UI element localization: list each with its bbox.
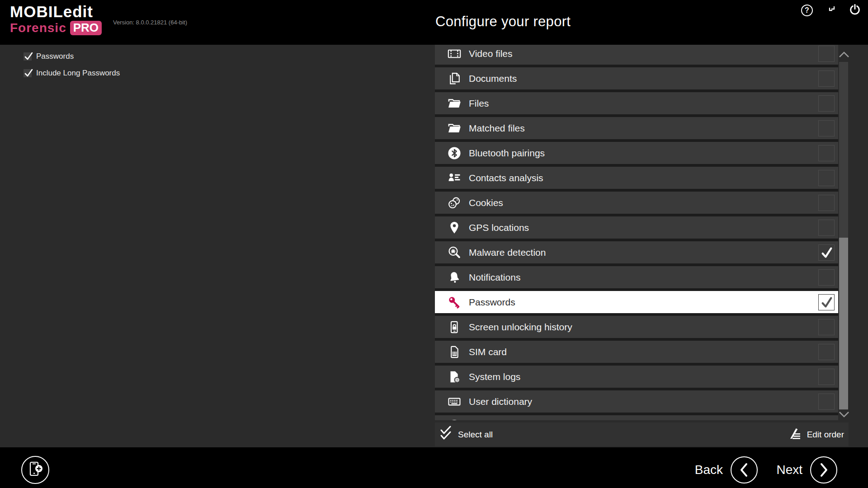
report-item-checkbox[interactable]: [818, 369, 835, 385]
report-item-label: SIM card: [469, 347, 507, 357]
report-item-label: Matched files: [469, 123, 525, 134]
chevron-left-icon: [731, 456, 758, 483]
report-item-row[interactable]: [435, 415, 838, 420]
edit-order-label: Edit order: [807, 430, 844, 440]
report-item-checkbox[interactable]: [818, 220, 835, 236]
key-icon: [447, 295, 462, 310]
back-label: Back: [695, 463, 723, 477]
power-button[interactable]: [848, 4, 862, 17]
report-item-row[interactable]: Malware detection: [435, 241, 838, 263]
report-item-checkbox[interactable]: [818, 244, 835, 261]
report-item-label: Documents: [469, 73, 517, 84]
report-item-row[interactable]: Notifications: [435, 266, 838, 288]
report-item-row[interactable]: Documents: [435, 67, 838, 89]
report-item-row[interactable]: Contacts analysis: [435, 167, 838, 189]
malware-scan-icon: [447, 245, 462, 260]
sim-card-icon: [447, 344, 462, 360]
report-item-row[interactable]: Cookies: [435, 192, 838, 214]
keyboard-icon: [447, 394, 462, 409]
footer: Back Next: [0, 447, 868, 488]
checkbox[interactable]: [24, 69, 32, 77]
report-item-row[interactable]: GPS locations: [435, 216, 838, 239]
help-icon: ?: [801, 5, 813, 16]
report-item-checkbox[interactable]: [818, 394, 835, 410]
content-area: Passwords Include Long Passwords Video f…: [0, 45, 868, 447]
report-item-row[interactable]: System logs: [435, 366, 838, 388]
options-panel: Passwords Include Long Passwords: [24, 52, 120, 85]
scrollbar-thumb[interactable]: [839, 238, 848, 409]
select-all-icon: [439, 426, 452, 444]
report-item-label: GPS locations: [469, 222, 529, 233]
logo-mobiledit: MOBILedit: [10, 3, 102, 20]
report-item-checkbox[interactable]: [818, 195, 835, 211]
edit-order-icon: [788, 428, 802, 441]
checkbox[interactable]: [24, 52, 32, 61]
report-item-checkbox[interactable]: [818, 70, 835, 87]
report-item-label: Passwords: [469, 297, 515, 308]
bluetooth-icon: [447, 145, 462, 161]
report-item-checkbox[interactable]: [818, 95, 835, 112]
report-item-row[interactable]: SIM card: [435, 341, 838, 363]
report-item-row[interactable]: Bluetooth pairings: [435, 142, 838, 164]
video-files-icon: [447, 46, 462, 61]
logo-pro-badge: PRO: [70, 21, 102, 35]
report-item-checkbox[interactable]: [818, 319, 835, 335]
scroll-down-button[interactable]: [838, 410, 850, 419]
chevron-right-icon: [810, 456, 837, 483]
report-item-label: User dictionary: [469, 396, 532, 407]
report-item-checkbox[interactable]: [818, 120, 835, 136]
version-text: Version: 8.0.0.21821 (64-bit): [113, 19, 187, 26]
chevron-up-icon: [838, 53, 850, 61]
report-item-row[interactable]: Matched files: [435, 117, 838, 139]
scroll-up-button[interactable]: [838, 50, 850, 59]
checkbox-label: Include Long Passwords: [36, 69, 120, 78]
report-item-checkbox[interactable]: [818, 344, 835, 360]
report-item-row[interactable]: Video files: [435, 45, 838, 65]
next-label: Next: [776, 463, 802, 477]
report-item-checkbox[interactable]: [818, 170, 835, 186]
report-item-checkbox[interactable]: [818, 145, 835, 161]
report-item-row[interactable]: Passwords: [435, 291, 838, 313]
report-item-label: Files: [469, 98, 489, 109]
back-button[interactable]: Back: [695, 456, 758, 483]
system-logs-icon: [447, 369, 462, 385]
add-phone-button[interactable]: [21, 456, 49, 484]
report-item-label: Notifications: [469, 272, 520, 283]
report-item-label: Contacts analysis: [469, 173, 543, 183]
report-item-row[interactable]: User dictionary: [435, 390, 838, 413]
help-button[interactable]: ?: [800, 4, 814, 17]
report-item-label: Malware detection: [469, 247, 546, 258]
report-item-row[interactable]: Screen unlocking history: [435, 316, 838, 338]
select-all-button[interactable]: Select all: [439, 426, 493, 444]
report-item-checkbox[interactable]: [818, 269, 835, 286]
report-item-row[interactable]: Files: [435, 92, 838, 114]
documents-icon: [447, 71, 462, 86]
option-checkbox-row[interactable]: Include Long Passwords: [24, 69, 120, 78]
logo-forensic: Forensic: [10, 21, 66, 35]
report-item-label: Screen unlocking history: [469, 322, 572, 333]
report-item-checkbox[interactable]: [818, 46, 835, 62]
checkbox-label: Passwords: [36, 52, 74, 61]
dock-icon: [826, 4, 836, 17]
globe-partial-icon: [447, 419, 462, 421]
add-phone-icon: [25, 459, 45, 481]
cookies-icon: [447, 195, 462, 211]
dock-button[interactable]: [824, 4, 838, 17]
location-pin-icon: [447, 220, 462, 235]
contacts-icon: [447, 170, 462, 186]
edit-order-button[interactable]: Edit order: [788, 428, 844, 441]
option-checkbox-row[interactable]: Passwords: [24, 52, 120, 61]
report-item-label: Cookies: [469, 197, 503, 208]
bell-icon: [447, 270, 462, 285]
chevron-down-icon: [838, 413, 850, 420]
power-icon: [849, 3, 861, 18]
app-logo: MOBILedit Forensic PRO: [10, 3, 102, 35]
header: MOBILedit Forensic PRO Version: 8.0.0.21…: [0, 0, 868, 45]
next-button[interactable]: Next: [776, 456, 837, 483]
report-item-checkbox[interactable]: [818, 294, 835, 310]
scrollbar-track[interactable]: [839, 62, 848, 410]
report-item-label: System logs: [469, 371, 520, 382]
select-all-label: Select all: [458, 430, 493, 440]
report-items-list: Video files Documents Files Matched file…: [435, 45, 838, 420]
page-title: Configure your report: [435, 14, 571, 30]
